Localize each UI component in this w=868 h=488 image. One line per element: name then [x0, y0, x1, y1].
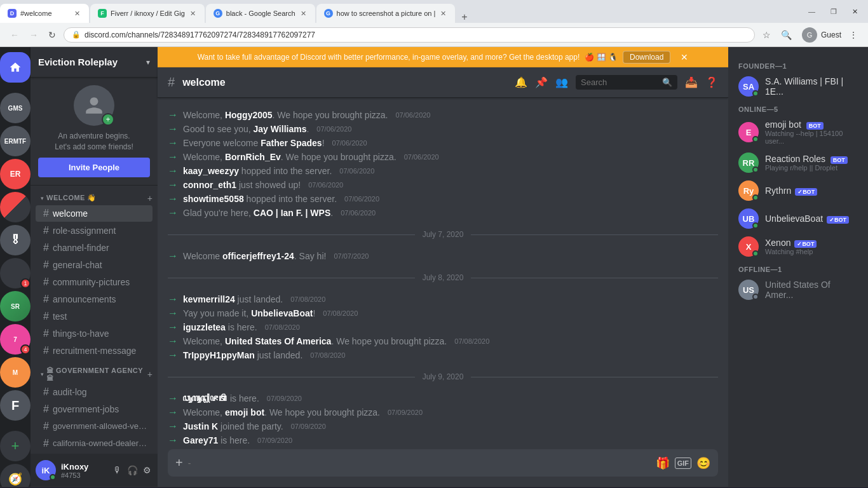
settings-button[interactable]: ⚙: [142, 464, 153, 477]
channel-community-hash: #: [43, 276, 49, 288]
category-welcome-add[interactable]: +: [147, 193, 153, 203]
channel-welcome-name: welcome: [53, 208, 125, 219]
bell-icon[interactable]: 🔔: [515, 76, 527, 88]
download-app-button[interactable]: Download: [623, 51, 670, 64]
channel-role-assignment[interactable]: # role-assignment: [36, 222, 153, 239]
url-bar[interactable]: 🔒 discord.com/channels/72834891776209727…: [64, 27, 755, 43]
date-label-jul8: July 8, 2020: [415, 273, 471, 282]
channel-welcome-settings-icon[interactable]: ⚙: [128, 209, 135, 218]
channel-government-jobs[interactable]: # government-jobs: [36, 401, 153, 417]
msg-text: Good to see you, Jay Williams.: [183, 124, 309, 134]
tab-google-black[interactable]: G black - Google Search ✕: [206, 4, 315, 23]
refresh-button[interactable]: ↻: [46, 27, 58, 43]
new-tab-button[interactable]: +: [456, 11, 472, 23]
emoji-button[interactable]: 😊: [696, 456, 710, 470]
msg-timestamp: 07/07/2020: [334, 252, 369, 260]
member-xenon[interactable]: X Xenon ✓BOT Watching #help: [733, 233, 863, 261]
back-button[interactable]: ←: [8, 27, 22, 43]
tab-google-black-close[interactable]: ✕: [299, 8, 308, 19]
channel-community-pictures[interactable]: # community-pictures: [36, 274, 153, 290]
channel-govt-veh[interactable]: # government-allowed-veh...: [36, 418, 153, 435]
members-icon[interactable]: 👥: [555, 76, 568, 88]
member-emoji-bot[interactable]: E emoji bot BOT Watching --help | 154100…: [733, 116, 863, 149]
inbox-icon[interactable]: 📥: [685, 76, 698, 88]
server-icon-er[interactable]: ER: [0, 159, 31, 189]
deafen-button[interactable]: 🎧: [126, 464, 139, 477]
server-icon-5[interactable]: 1: [0, 258, 31, 288]
server-icon-ermtf[interactable]: ERMTF: [0, 126, 31, 156]
gif-button[interactable]: GIF: [675, 458, 691, 469]
chat-input[interactable]: [188, 452, 651, 475]
mute-button[interactable]: 🎙: [112, 464, 123, 477]
gift-icon[interactable]: 🎁: [656, 456, 670, 470]
member-rr-info: Reaction Roles BOT Playing r/help || Dro…: [765, 154, 858, 172]
maximize-button[interactable]: ❐: [823, 5, 844, 18]
add-server-button[interactable]: +: [0, 431, 31, 461]
invite-people-button[interactable]: Invite People: [38, 158, 150, 177]
channel-recruitment-message[interactable]: # recruitment-message: [36, 342, 153, 359]
server-icon-flag[interactable]: [0, 192, 31, 222]
server-icon-7[interactable]: 7 4: [0, 324, 31, 355]
member-sa-williams[interactable]: SA S.A. Williams | FBI | 1E...: [733, 72, 863, 100]
channel-things-to-have[interactable]: # things-to-have: [36, 325, 153, 342]
server-icon-home[interactable]: [0, 52, 31, 83]
search-button[interactable]: 🔍: [778, 27, 794, 43]
msg-timestamp: 07/06/2020: [308, 181, 343, 189]
tab-google-ss-title: how to screenshot a picture on |: [337, 10, 436, 17]
input-add-button[interactable]: +: [175, 449, 183, 477]
msg-text: iguzzletea is here.: [183, 322, 257, 332]
channel-announcements[interactable]: # announcements: [36, 291, 153, 308]
channel-welcome[interactable]: # welcome ⚙ 👤: [36, 205, 153, 222]
member-rythrn-info: Rythrn ✓BOT: [765, 186, 858, 196]
tab-discord[interactable]: D #welcome ✕: [0, 4, 89, 23]
forward-button[interactable]: →: [27, 27, 41, 43]
tab-google-screenshot[interactable]: G how to screenshot a picture on | ✕: [316, 4, 456, 23]
discord-favicon: D: [8, 9, 17, 18]
channel-welcome-invite-icon[interactable]: 👤: [138, 209, 147, 218]
search-input[interactable]: [581, 78, 658, 87]
pin-icon[interactable]: 📌: [535, 76, 548, 88]
channel-govtveh-hash: #: [43, 421, 49, 432]
member-rythrn[interactable]: Ry Rythrn ✓BOT: [733, 177, 863, 205]
member-usa-info: United States Of Amer...: [765, 280, 858, 300]
member-ub-info: UnbelievaBoat ✓BOT: [765, 214, 858, 224]
category-welcome[interactable]: ▾ WELCOME 👋 +: [31, 191, 158, 205]
date-line-right: [471, 377, 718, 377]
minimize-button[interactable]: —: [801, 5, 823, 18]
channel-channel-finder[interactable]: # channel-finder: [36, 240, 153, 256]
server-icon-f[interactable]: F: [0, 390, 31, 421]
chrome-menu-button[interactable]: ⋮: [846, 27, 860, 43]
category-government[interactable]: ▾ 🏛 GOVERNMENT AGENCY 🏛 +: [31, 364, 158, 383]
member-reaction-roles[interactable]: RR Reaction Roles BOT Playing r/help || …: [733, 149, 863, 177]
notification-close[interactable]: ✕: [681, 52, 688, 62]
tab-fiverr-close[interactable]: ✕: [189, 8, 197, 19]
bookmark-button[interactable]: ☆: [760, 27, 773, 43]
close-button[interactable]: ✕: [844, 5, 865, 18]
server-icon-8[interactable]: M: [0, 357, 31, 388]
server-icon-6[interactable]: SR: [0, 291, 31, 322]
channel-audit-log[interactable]: # audit-log: [36, 384, 153, 400]
member-usa-status: [752, 294, 759, 300]
help-icon[interactable]: ❓: [705, 76, 718, 88]
server-icon-explore[interactable]: 🧭: [0, 464, 31, 487]
category-govt-add[interactable]: +: [147, 369, 153, 379]
server-icon-gms[interactable]: GMS: [0, 93, 31, 123]
system-msg-father: → Everyone welcome Father Spades! 07/06/…: [158, 136, 728, 150]
server-header[interactable]: Eviction Roleplay ▾: [31, 47, 158, 78]
channel-california-dealers[interactable]: # california-owned-dealers...: [36, 435, 153, 452]
date-divider-jul9: July 9, 2020: [158, 367, 728, 386]
tab-google-ss-close[interactable]: ✕: [439, 8, 447, 19]
channel-test[interactable]: # test: [36, 308, 153, 325]
channel-things-hash: #: [43, 328, 49, 339]
member-unbelieva-boat[interactable]: UB UnbelievaBoat ✓BOT: [733, 205, 863, 233]
search-bar[interactable]: 🔍: [576, 75, 677, 90]
gms-avatar: GMS: [0, 93, 31, 123]
server-icon-badge[interactable]: 🎖: [0, 225, 31, 255]
channel-general-chat[interactable]: # general-chat: [36, 257, 153, 273]
date-line-left: [168, 377, 415, 377]
tab-discord-close[interactable]: ✕: [73, 8, 81, 19]
date-line-right: [471, 234, 718, 235]
members-section-offline: OFFLINE—1: [733, 261, 863, 276]
tab-fiverr[interactable]: F Fiverr / iknoxy / Edit Gig ✕: [90, 4, 205, 23]
member-usa-offline[interactable]: US United States Of Amer...: [733, 276, 863, 304]
